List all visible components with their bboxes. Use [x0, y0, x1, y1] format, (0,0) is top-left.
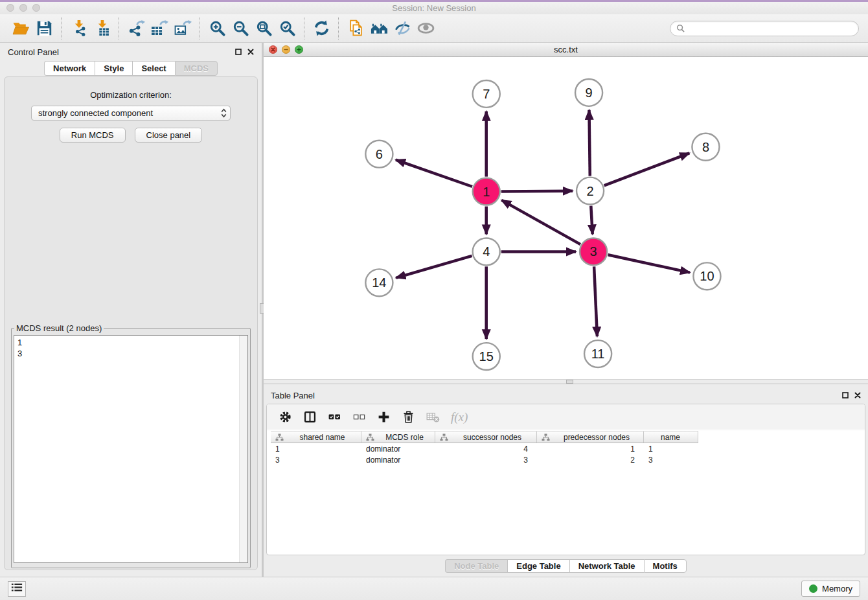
- graph-node-9[interactable]: 9: [575, 79, 602, 106]
- refresh-view-icon[interactable]: [310, 17, 333, 40]
- tab-network[interactable]: Network: [44, 61, 95, 76]
- graph-node-15[interactable]: 15: [473, 343, 500, 370]
- import-table-icon[interactable]: [90, 17, 113, 40]
- mcds-result-group: MCDS result (2 nodes) 13: [11, 323, 251, 568]
- table-row[interactable]: 3dominator323: [271, 454, 865, 465]
- search-box[interactable]: [670, 21, 859, 36]
- result-scrollbar[interactable]: [239, 336, 247, 562]
- tab-edge-table[interactable]: Edge Table: [507, 559, 569, 573]
- tab-select[interactable]: Select: [132, 61, 174, 76]
- export-image-icon[interactable]: [171, 17, 194, 40]
- network-close-icon[interactable]: [269, 45, 277, 54]
- graph-node-4[interactable]: 4: [473, 238, 500, 265]
- column-header-label: MCDS role: [385, 433, 429, 442]
- close-table-panel-icon[interactable]: [854, 392, 861, 398]
- close-panel-icon[interactable]: [247, 49, 254, 55]
- graph-node-11[interactable]: 11: [584, 340, 611, 367]
- search-icon: [676, 24, 685, 32]
- export-network-icon[interactable]: [124, 17, 148, 40]
- table-cell-successor-nodes[interactable]: 4: [435, 444, 537, 454]
- window-close-button[interactable]: [6, 4, 14, 12]
- mcds-result-area[interactable]: 13: [14, 335, 248, 563]
- svg-text:15: 15: [479, 349, 494, 363]
- function-builder-glyph: f(x): [451, 410, 468, 424]
- open-file-icon[interactable]: [9, 17, 32, 40]
- column-header-predecessor-nodes[interactable]: predecessor nodes: [537, 432, 644, 443]
- graph-edge-1-2[interactable]: [501, 191, 573, 192]
- search-input[interactable]: [688, 23, 852, 34]
- unselect-all-rows-icon[interactable]: [352, 410, 366, 424]
- table-cell-name[interactable]: 1: [644, 444, 698, 454]
- graph-edge-4-14[interactable]: [396, 256, 472, 278]
- window-minimize-button[interactable]: [19, 4, 27, 12]
- graph-edge-1-6[interactable]: [396, 160, 472, 187]
- float-table-panel-icon[interactable]: [842, 392, 849, 398]
- graph-node-8[interactable]: 8: [692, 133, 719, 161]
- graph-edge-3-10[interactable]: [608, 255, 690, 272]
- graph-edge-3-11[interactable]: [594, 266, 597, 336]
- column-header-successor-nodes[interactable]: successor nodes: [435, 432, 537, 443]
- graph-edge-2-8[interactable]: [604, 153, 690, 185]
- table-cell-predecessor-nodes[interactable]: 2: [537, 456, 644, 465]
- graph-node-14[interactable]: 14: [365, 269, 393, 296]
- graph-node-2[interactable]: 2: [577, 178, 604, 205]
- window-zoom-button[interactable]: [32, 4, 40, 12]
- select-all-rows-icon[interactable]: [328, 410, 341, 424]
- task-history-button[interactable]: [8, 581, 26, 597]
- show-hide-eye-icon[interactable]: [414, 17, 437, 40]
- table-body: 1dominator4113dominator323: [267, 443, 865, 465]
- table-cell-successor-nodes[interactable]: 3: [435, 456, 537, 465]
- zoom-fit-content-icon[interactable]: [252, 17, 275, 40]
- network-minimize-icon[interactable]: [282, 45, 290, 54]
- column-header-shared-name[interactable]: shared name: [271, 432, 361, 443]
- tab-style[interactable]: Style: [95, 61, 132, 76]
- tab-motifs[interactable]: Motifs: [644, 559, 687, 573]
- graph-node-6[interactable]: 6: [365, 141, 393, 168]
- table-cell-shared-name[interactable]: 3: [271, 456, 361, 465]
- graph-node-7[interactable]: 7: [473, 80, 500, 108]
- clone-network-icon[interactable]: [344, 17, 367, 40]
- graph-edge-2-9[interactable]: [589, 110, 589, 176]
- column-header-name[interactable]: name: [644, 432, 698, 443]
- run-mcds-button[interactable]: Run MCDS: [60, 128, 126, 143]
- float-panel-icon[interactable]: [235, 49, 242, 55]
- zoom-out-icon[interactable]: [229, 17, 252, 40]
- table-cell-shared-name[interactable]: 1: [271, 444, 361, 454]
- graph-node-3[interactable]: 3: [580, 238, 607, 265]
- tab-mcds[interactable]: MCDS: [175, 61, 218, 76]
- optimization-select[interactable]: strongly connected component: [31, 106, 231, 121]
- network-maximize-icon[interactable]: [295, 45, 303, 54]
- canvas-resize-handle[interactable]: [566, 380, 573, 384]
- table-cell-name[interactable]: 3: [644, 456, 698, 465]
- table-settings-icon[interactable]: [279, 410, 292, 424]
- close-panel-button[interactable]: Close panel: [135, 128, 203, 143]
- table-cell-mcds-role[interactable]: dominator: [361, 444, 435, 454]
- table-toolbar: f(x): [267, 404, 865, 431]
- toggle-columns-icon[interactable]: [303, 410, 317, 424]
- zoom-in-icon[interactable]: [205, 17, 229, 40]
- add-column-icon[interactable]: [377, 410, 391, 424]
- export-table-icon[interactable]: [148, 17, 171, 40]
- save-session-icon[interactable]: [32, 17, 56, 40]
- table-row[interactable]: 1dominator411: [271, 443, 865, 454]
- main-area: Control Panel NetworkStyleSelectMCDS Opt…: [0, 43, 868, 577]
- tab-node-table[interactable]: Node Table: [445, 559, 507, 573]
- graph-node-1[interactable]: 1: [473, 178, 500, 205]
- zoom-selected-icon[interactable]: [275, 17, 299, 40]
- column-header-mcds-role[interactable]: MCDS role: [361, 432, 435, 443]
- svg-text:11: 11: [591, 347, 605, 361]
- delete-column-icon[interactable]: [402, 410, 415, 424]
- graph-edge-2-3[interactable]: [591, 206, 592, 235]
- import-network-icon[interactable]: [67, 17, 90, 40]
- table-cell-mcds-role[interactable]: dominator: [361, 456, 435, 465]
- toggle-graphics-details-icon[interactable]: [391, 17, 414, 40]
- table-cell-predecessor-nodes[interactable]: 1: [537, 444, 644, 454]
- control-panel-tabs: NetworkStyleSelectMCDS: [0, 61, 262, 76]
- home-view-icon[interactable]: [367, 17, 391, 40]
- tree-icon: [542, 433, 550, 441]
- tab-network-table[interactable]: Network Table: [569, 559, 644, 573]
- network-canvas[interactable]: 7968124314101511: [264, 57, 868, 379]
- graph-edge-3-1[interactable]: [501, 200, 580, 244]
- graph-node-10[interactable]: 10: [693, 262, 720, 290]
- memory-button[interactable]: Memory: [801, 581, 860, 597]
